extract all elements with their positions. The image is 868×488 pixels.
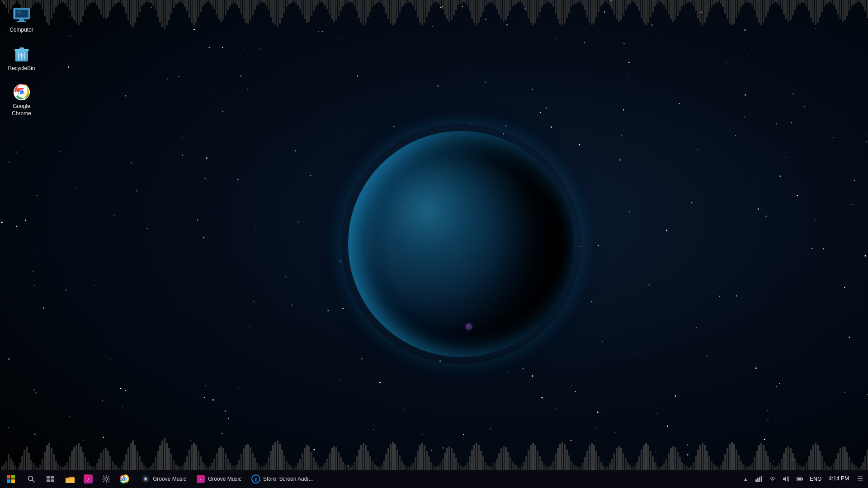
system-clock[interactable]: 4:14 PM — [825, 470, 853, 488]
svg-text:♻: ♻ — [19, 53, 24, 58]
groove-icon-inner: ♪ — [84, 474, 93, 483]
start-button[interactable] — [0, 470, 22, 488]
search-button[interactable] — [22, 470, 41, 488]
recycle-bin-icon[interactable]: ♻ RecycleBin — [5, 43, 38, 75]
svg-rect-48 — [802, 478, 803, 480]
svg-rect-28 — [47, 476, 50, 479]
desktop-icons: Computer — [5, 5, 38, 119]
svg-rect-3 — [17, 21, 26, 22]
svg-rect-11 — [19, 47, 24, 50]
task-view-button[interactable] — [41, 470, 60, 488]
recycle-bin-label: RecycleBin — [8, 65, 35, 72]
svg-rect-2 — [19, 19, 24, 21]
explorer-taskbar-icon[interactable] — [61, 470, 79, 488]
steam-label: Groove Music — [153, 476, 186, 482]
action-center-icon[interactable]: ☰ — [854, 470, 866, 488]
chrome-label: Google Chrome — [7, 103, 36, 117]
steam-taskbar-app[interactable]: Groove Music — [137, 470, 191, 488]
tray-overflow-icon[interactable]: ▲ — [739, 470, 752, 488]
battery-icon[interactable] — [793, 470, 806, 488]
svg-rect-22 — [7, 475, 10, 479]
chrome-icon-image — [13, 83, 31, 101]
computer-icon[interactable]: Computer — [5, 5, 38, 36]
google-chrome-icon[interactable]: Google Chrome — [5, 81, 38, 119]
ie-icon-shape: e — [251, 474, 260, 483]
svg-line-27 — [33, 480, 35, 483]
desktop: Computer — [0, 0, 868, 488]
chrome-taskbar-icon[interactable] — [116, 470, 133, 488]
svg-rect-7 — [17, 14, 23, 15]
system-tray: ▲ — [739, 470, 868, 488]
svg-point-38 — [123, 478, 125, 480]
svg-point-34 — [105, 478, 108, 480]
pinned-apps: ♪ — [60, 470, 135, 488]
svg-rect-24 — [7, 479, 10, 483]
volume-icon[interactable] — [780, 470, 793, 488]
language-indicator[interactable]: ENG — [807, 470, 824, 488]
recycle-bin-image: ♻ — [13, 45, 31, 63]
svg-point-21 — [19, 90, 24, 94]
visualizer-top — [0, 0, 868, 90]
svg-rect-43 — [757, 478, 759, 482]
svg-rect-33 — [66, 479, 75, 483]
groove-icon-shape: ♪ — [197, 475, 205, 483]
svg-rect-42 — [755, 479, 757, 482]
moon — [466, 324, 472, 330]
settings-taskbar-icon[interactable] — [98, 470, 115, 488]
svg-rect-44 — [759, 477, 760, 482]
groove-music-taskbar-app[interactable]: ♪ Groove Music — [192, 470, 246, 488]
groove-taskbar-icon[interactable]: ♪ — [80, 470, 97, 488]
running-apps: Groove Music ♪ Groove Music e Store: Scr… — [135, 470, 739, 488]
planet — [348, 131, 574, 357]
svg-point-41 — [145, 478, 146, 480]
svg-marker-46 — [783, 476, 786, 482]
store-taskbar-app[interactable]: e Store: Screen Audio V... — [247, 470, 319, 488]
svg-rect-30 — [47, 479, 50, 482]
groove-label: Groove Music — [208, 476, 241, 482]
svg-rect-29 — [51, 476, 54, 479]
store-icon: e — [251, 474, 260, 483]
time-display: 4:14 PM — [829, 475, 849, 483]
groove-music-icon: ♪ — [196, 474, 205, 483]
svg-rect-5 — [17, 11, 21, 13]
taskbar: ♪ — [0, 470, 868, 488]
svg-rect-23 — [11, 475, 15, 479]
computer-icon-image — [13, 7, 31, 25]
store-label: Store: Screen Audio V... — [263, 476, 315, 482]
svg-rect-14 — [24, 52, 25, 60]
steam-icon — [141, 474, 150, 483]
visualizer-bottom — [0, 380, 868, 470]
svg-rect-49 — [797, 478, 802, 480]
svg-rect-45 — [761, 476, 762, 482]
wifi-icon[interactable] — [766, 470, 779, 488]
svg-rect-31 — [51, 479, 54, 482]
svg-rect-6 — [17, 13, 25, 14]
computer-label: Computer — [9, 27, 33, 34]
network-icon[interactable] — [753, 470, 765, 488]
svg-rect-25 — [11, 479, 15, 483]
